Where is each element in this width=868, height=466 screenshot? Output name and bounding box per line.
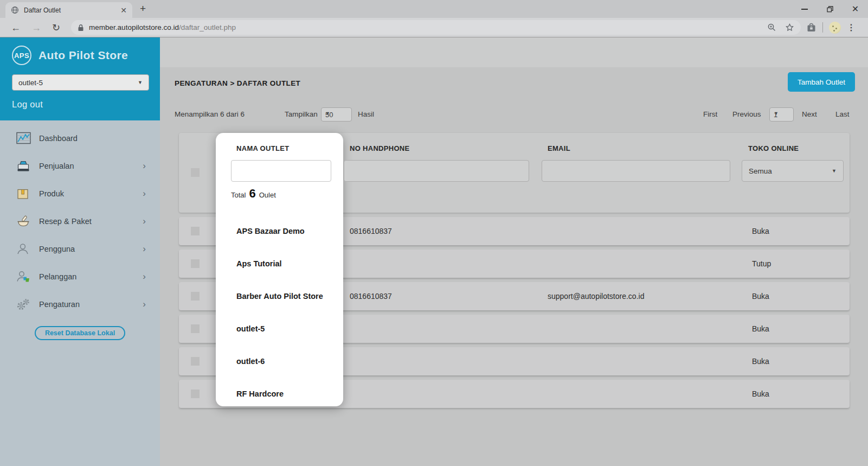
sidebar-item-label: Dashboard — [39, 134, 78, 143]
show-label: Tampilkan — [285, 110, 318, 118]
user-icon — [16, 242, 32, 256]
bookmark-star-icon[interactable] — [785, 23, 794, 32]
row-checkbox[interactable] — [191, 292, 200, 301]
outlet-selector[interactable]: outlet-5 ▼ — [12, 74, 149, 91]
add-outlet-button[interactable]: Tambah Outlet — [788, 72, 855, 92]
row-checkbox[interactable] — [191, 324, 200, 333]
toko-online-filter-value: Semua — [749, 167, 772, 175]
chevron-down-icon: ▼ — [325, 111, 330, 116]
table-row[interactable]: RF Hardcore Buka — [179, 380, 850, 408]
total-suffix: Oulet — [259, 191, 276, 199]
back-icon[interactable]: ← — [11, 23, 21, 33]
reset-database-button[interactable]: Reset Database Lokal — [35, 326, 125, 340]
browser-menu-icon[interactable]: ⋮ — [847, 22, 856, 33]
chevron-right-icon: › — [143, 299, 146, 309]
sidebar-item-pengaturan[interactable]: Pengaturan › — [0, 290, 160, 318]
outlet-name: outlet-5 — [236, 315, 265, 343]
sidebar: APS Auto Pilot Store outlet-5 ▼ Log out … — [0, 37, 160, 466]
pagination-next[interactable]: Next — [802, 110, 817, 118]
extension-bag-icon[interactable] — [806, 22, 816, 33]
outlet-name: APS Bazaar Demo — [236, 217, 305, 245]
dashboard-chart-icon — [16, 132, 32, 145]
outlet-phone: 0816610837 — [350, 282, 392, 310]
sidebar-item-label: Pelanggan — [39, 272, 76, 281]
customer-icon — [16, 270, 32, 283]
outlet-online-status: Buka — [752, 282, 769, 310]
total-outlets-text: Total 6 Oulet — [231, 187, 276, 201]
window-minimize-icon[interactable] — [792, 0, 817, 18]
page-number-select[interactable]: 1 ▼ — [769, 107, 794, 122]
logout-link[interactable]: Log out — [12, 99, 149, 110]
pagination-last[interactable]: Last — [835, 110, 850, 118]
chevron-right-icon: › — [143, 244, 146, 253]
chevron-right-icon: › — [143, 216, 146, 226]
outlet-table: NAMA OUTLET NO HANDPHONE EMAIL TOKO ONLI… — [179, 133, 850, 408]
brand-title: Auto Pilot Store — [38, 49, 128, 62]
chevron-right-icon: › — [143, 161, 146, 170]
pagination-previous[interactable]: Previous — [732, 110, 761, 118]
sidebar-item-resep-paket[interactable]: Resep & Paket › — [0, 207, 160, 235]
window-restore-icon[interactable] — [817, 0, 843, 18]
url-host: member.autopilotstore.co.id — [89, 23, 179, 31]
sidebar-item-penjualan[interactable]: Penjualan › — [0, 152, 160, 180]
zoom-search-icon[interactable] — [767, 23, 776, 32]
sidebar-item-produk[interactable]: Produk › — [0, 180, 160, 207]
outlet-name: outlet-6 — [236, 347, 265, 375]
outlet-name: RF Hardcore — [236, 380, 284, 408]
lock-icon — [78, 24, 84, 31]
outlet-name: Aps Tutorial — [236, 250, 282, 278]
outlet-email: support@autopilotstore.co.id — [548, 282, 644, 310]
window-close-icon[interactable]: ✕ — [843, 0, 868, 18]
column-header-email: EMAIL — [548, 144, 570, 152]
main-content: PENGATURAN > DAFTAR OUTLET Tambah Outlet… — [160, 37, 868, 466]
row-checkbox[interactable] — [191, 259, 200, 268]
showing-count-text: Menampilkan 6 dari 6 — [175, 110, 245, 118]
sidebar-header: APS Auto Pilot Store outlet-5 ▼ Log out — [0, 37, 160, 120]
tab-close-icon[interactable]: ✕ — [120, 7, 127, 14]
aps-logo: APS — [12, 46, 31, 65]
outlet-online-status: Tutup — [752, 250, 771, 278]
sidebar-item-label: Resep & Paket — [39, 217, 92, 226]
filter-no-handphone-input[interactable] — [344, 160, 529, 182]
table-row[interactable]: Barber Auto Pilot Store 0816610837 suppo… — [179, 282, 850, 310]
chevron-down-icon: ▼ — [832, 168, 837, 174]
sidebar-item-dashboard[interactable]: Dashboard — [0, 124, 160, 152]
forward-icon[interactable]: → — [31, 23, 41, 33]
page-size-select[interactable]: 50 ▼ — [321, 107, 352, 122]
reload-icon[interactable]: ↻ — [52, 23, 60, 33]
total-prefix: Total — [231, 191, 246, 199]
select-all-checkbox[interactable] — [191, 168, 200, 177]
outlet-online-status: Buka — [752, 217, 769, 245]
sidebar-item-pelanggan[interactable]: Pelanggan › — [0, 263, 160, 290]
sidebar-item-label: Produk — [39, 189, 64, 198]
new-tab-icon[interactable]: + — [140, 3, 146, 15]
row-checkbox[interactable] — [191, 357, 200, 366]
table-row[interactable]: Aps Tutorial Tutup — [179, 250, 850, 278]
row-checkbox[interactable] — [191, 227, 200, 235]
toolbar-divider — [822, 22, 823, 33]
sidebar-item-pengguna[interactable]: Pengguna › — [0, 235, 160, 263]
browser-titlebar: Daftar Outlet ✕ + ✕ — [0, 0, 868, 18]
outlet-online-status: Buka — [752, 380, 769, 408]
profile-avatar[interactable] — [829, 22, 841, 34]
outlet-online-status: Buka — [752, 347, 769, 375]
results-label: Hasil — [358, 110, 374, 118]
table-row[interactable]: APS Bazaar Demo 0816610837 Buka — [179, 217, 850, 245]
chevron-down-icon: ▼ — [774, 111, 779, 116]
gear-icon — [16, 298, 32, 311]
sidebar-item-label: Pengaturan — [39, 300, 80, 309]
tab-title: Daftar Outlet — [24, 7, 120, 14]
sidebar-menu: Dashboard Penjualan › Produk › — [0, 120, 160, 466]
mortar-pestle-icon — [16, 215, 32, 228]
filter-email-input[interactable] — [542, 160, 730, 182]
url-bar[interactable]: member.autopilotstore.co.id/daftar_outle… — [71, 20, 801, 35]
list-controls: Menampilkan 6 dari 6 Tampilkan 50 ▼ Hasi… — [160, 107, 868, 122]
browser-tab[interactable]: Daftar Outlet ✕ — [5, 2, 132, 18]
sidebar-item-label: Penjualan — [39, 162, 74, 170]
pagination-first[interactable]: First — [703, 110, 717, 118]
filter-toko-online-select[interactable]: Semua ▼ — [742, 160, 844, 182]
filter-nama-outlet-input[interactable] — [231, 160, 331, 182]
row-checkbox[interactable] — [191, 390, 200, 398]
url-path: /daftar_outlet.php — [179, 23, 236, 31]
outlet-phone: 0816610837 — [350, 217, 392, 245]
